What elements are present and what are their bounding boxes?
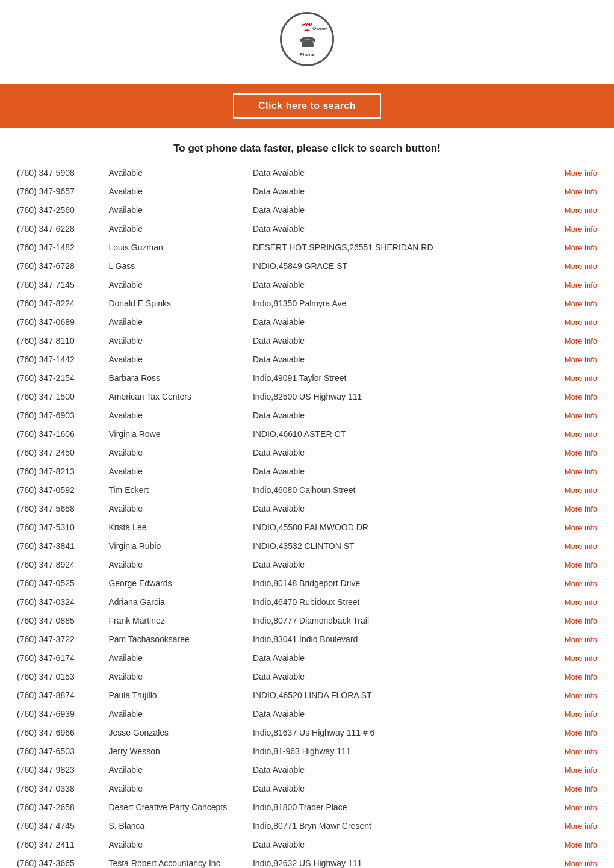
more-info-link[interactable]: More info xyxy=(565,504,597,513)
cell-phone: (760) 347-2154 xyxy=(12,369,104,388)
cell-phone: (760) 347-8224 xyxy=(12,294,104,313)
cell-phone: (760) 347-0689 xyxy=(12,313,104,332)
more-info-link[interactable]: More info xyxy=(565,579,597,588)
more-info-link[interactable]: More info xyxy=(565,243,597,252)
cell-address: Indio,46080 Calhoun Street xyxy=(248,481,550,500)
more-info-link[interactable]: More info xyxy=(565,747,597,756)
more-info-link[interactable]: More info xyxy=(565,822,597,831)
cell-name: Available xyxy=(104,182,248,201)
more-info-link[interactable]: More info xyxy=(565,672,597,681)
cell-more-info: More info xyxy=(550,220,602,238)
more-info-link[interactable]: More info xyxy=(565,187,597,196)
table-row: (760) 347-7145AvailableData AvaiableMore… xyxy=(12,276,602,294)
table-row: (760) 347-0324Adriana GarciaIndio,46470 … xyxy=(12,593,602,612)
cell-address: Indio,83041 Indio Boulevard xyxy=(248,630,550,649)
more-info-link[interactable]: More info xyxy=(565,859,597,868)
cell-more-info: More info xyxy=(550,835,602,854)
cell-phone: (760) 347-5310 xyxy=(12,518,104,537)
cell-address: Data Avaiable xyxy=(248,780,550,798)
more-info-link[interactable]: More info xyxy=(565,784,597,793)
cell-more-info: More info xyxy=(550,182,602,201)
more-info-link[interactable]: More info xyxy=(565,766,597,775)
table-row: (760) 347-4745S. BlancaIndio,80771 Bryn … xyxy=(12,817,602,835)
cell-name: Available xyxy=(104,332,248,350)
cell-name: Available xyxy=(104,705,248,724)
more-info-link[interactable]: More info xyxy=(565,803,597,812)
cell-address: Indio,49091 Taylor Street xyxy=(248,369,550,388)
cell-phone: (760) 347-1500 xyxy=(12,388,104,406)
table-row: (760) 347-3665Testa Robert Accountancy I… xyxy=(12,854,602,868)
table-row: (760) 347-8224Donald E SpinksIndio,81350… xyxy=(12,294,602,313)
more-info-link[interactable]: More info xyxy=(565,616,597,625)
cell-more-info: More info xyxy=(550,238,602,257)
table-row: (760) 347-3841Virginia RubioINDIO,43532 … xyxy=(12,537,602,556)
cell-phone: (760) 347-6503 xyxy=(12,742,104,761)
more-info-link[interactable]: More info xyxy=(565,318,597,327)
cell-more-info: More info xyxy=(550,612,602,630)
cell-name: Available xyxy=(104,835,248,854)
cell-more-info: More info xyxy=(550,798,602,817)
cell-address: Data Avaiable xyxy=(248,406,550,425)
more-info-link[interactable]: More info xyxy=(565,542,597,551)
more-info-link[interactable]: More info xyxy=(565,206,597,215)
more-info-link[interactable]: More info xyxy=(565,691,597,700)
cell-address: Data Avaiable xyxy=(248,444,550,462)
more-info-link[interactable]: More info xyxy=(565,336,597,346)
cell-name: Available xyxy=(104,500,248,518)
more-info-link[interactable]: More info xyxy=(565,654,597,663)
more-info-link[interactable]: More info xyxy=(565,486,597,495)
more-info-link[interactable]: More info xyxy=(565,411,597,420)
more-info-link[interactable]: More info xyxy=(565,281,597,290)
cell-more-info: More info xyxy=(550,817,602,835)
cell-phone: (760) 347-0885 xyxy=(12,612,104,630)
cell-more-info: More info xyxy=(550,742,602,761)
table-row: (760) 347-0885Frank MartinezIndio,80777 … xyxy=(12,612,602,630)
table-row: (760) 347-1442AvailableData AvaiableMore… xyxy=(12,350,602,369)
cell-name: Available xyxy=(104,276,248,294)
more-info-link[interactable]: More info xyxy=(565,635,597,644)
cell-address: Data Avaiable xyxy=(248,182,550,201)
more-info-link[interactable]: More info xyxy=(565,840,597,849)
cell-name: S. Blanca xyxy=(104,817,248,835)
cell-address: Indio,81-963 Highway 111 xyxy=(248,742,550,761)
page-header: Rev••• ☎ Phone Owner xyxy=(0,0,614,78)
cell-name: Testa Robert Accountancy Inc xyxy=(104,854,248,868)
more-info-link[interactable]: More info xyxy=(565,169,597,178)
search-button[interactable]: Click here to search xyxy=(233,93,381,119)
cell-name: Available xyxy=(104,649,248,668)
more-info-link[interactable]: More info xyxy=(565,728,597,737)
more-info-link[interactable]: More info xyxy=(565,467,597,476)
cell-name: Available xyxy=(104,220,248,238)
cell-phone: (760) 347-5908 xyxy=(12,164,104,182)
more-info-link[interactable]: More info xyxy=(565,560,597,569)
cell-phone: (760) 347-8213 xyxy=(12,462,104,481)
cell-address: Data Avaiable xyxy=(248,668,550,686)
more-info-link[interactable]: More info xyxy=(565,598,597,607)
more-info-link[interactable]: More info xyxy=(565,299,597,308)
table-row: (760) 347-5658AvailableData AvaiableMore… xyxy=(12,500,602,518)
more-info-link[interactable]: More info xyxy=(565,448,597,457)
more-info-link[interactable]: More info xyxy=(565,523,597,532)
more-info-link[interactable]: More info xyxy=(565,430,597,439)
cell-phone: (760) 347-0338 xyxy=(12,780,104,798)
more-info-link[interactable]: More info xyxy=(565,392,597,401)
table-row: (760) 347-2411AvailableData AvaiableMore… xyxy=(12,835,602,854)
cell-more-info: More info xyxy=(550,406,602,425)
cell-more-info: More info xyxy=(550,518,602,537)
cell-more-info: More info xyxy=(550,444,602,462)
more-info-link[interactable]: More info xyxy=(565,225,597,234)
cell-name: Donald E Spinks xyxy=(104,294,248,313)
cell-address: INDIO,46520 LINDA FLORA ST xyxy=(248,686,550,705)
table-row: (760) 347-1482Louis GuzmanDESERT HOT SPR… xyxy=(12,238,602,257)
more-info-link[interactable]: More info xyxy=(565,374,597,383)
cell-name: Jerry Wesson xyxy=(104,742,248,761)
more-info-link[interactable]: More info xyxy=(565,355,597,364)
table-row: (760) 347-2658Desert Creative Party Conc… xyxy=(12,798,602,817)
cell-name: Adriana Garcia xyxy=(104,593,248,612)
cell-name: Available xyxy=(104,462,248,481)
cell-more-info: More info xyxy=(550,350,602,369)
cell-name: Paula Trujillo xyxy=(104,686,248,705)
more-info-link[interactable]: More info xyxy=(565,710,597,719)
more-info-link[interactable]: More info xyxy=(565,262,597,271)
cell-address: INDIO,45580 PALMWOOD DR xyxy=(248,518,550,537)
